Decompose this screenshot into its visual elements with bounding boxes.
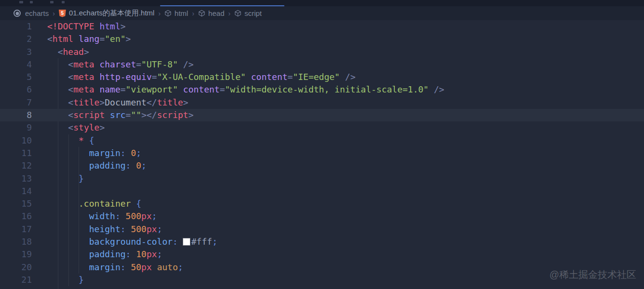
code-token: }	[79, 173, 84, 184]
code-line[interactable]: 13 }	[0, 172, 644, 185]
code-token: :	[121, 224, 126, 234]
code-token	[94, 72, 100, 82]
line-number[interactable]: 10	[0, 134, 32, 147]
code-token	[152, 262, 157, 272]
code-line[interactable]: 15 .container {	[0, 197, 644, 210]
code-line[interactable]: 16 width: 500px;	[0, 210, 644, 223]
code-token: auto	[157, 262, 178, 272]
line-number[interactable]: 22	[0, 286, 32, 289]
code-token: *	[79, 135, 84, 145]
code-token: =	[220, 84, 225, 94]
breadcrumb-symbol-script[interactable]: script	[234, 9, 262, 17]
code-line[interactable]: 12 padding: 0;	[0, 159, 644, 172]
code-token: :	[115, 211, 121, 221]
code-line-content: <meta charset="UTF-8" />	[32, 58, 194, 71]
code-token: <	[68, 110, 73, 120]
tab-text-remnant	[19, 1, 23, 3]
code-editor-area[interactable]: 1<!DOCTYPE html>2<html lang="en">3 <head…	[0, 20, 644, 289]
code-token	[105, 110, 110, 120]
code-token	[126, 224, 131, 234]
line-number[interactable]: 20	[0, 261, 32, 274]
code-line[interactable]: 18 background-color: #fff;	[0, 236, 644, 248]
code-line[interactable]: 10 * {	[0, 134, 644, 147]
code-token	[47, 122, 68, 132]
code-token: margin	[89, 262, 121, 272]
code-line-content: <!DOCTYPE html>	[32, 20, 126, 33]
code-token: ;	[136, 148, 141, 158]
tab-text-remnant	[30, 1, 33, 3]
code-line-content: <meta http-equiv="X-UA-Compatible" conte…	[32, 71, 355, 83]
code-line[interactable]: 6 <meta name="viewport" content="width=d…	[0, 83, 644, 96]
line-number[interactable]: 6	[0, 83, 32, 96]
code-token	[246, 72, 251, 82]
line-number[interactable]: 7	[0, 96, 32, 109]
code-token	[47, 262, 89, 272]
code-token: <	[58, 47, 63, 57]
line-number[interactable]: 11	[0, 147, 32, 159]
line-number[interactable]: 19	[0, 248, 32, 261]
breadcrumb-symbol-html[interactable]: html	[164, 9, 188, 17]
code-token: 500	[131, 224, 147, 234]
line-number[interactable]: 17	[0, 223, 32, 236]
line-number[interactable]: 3	[0, 46, 32, 58]
code-line[interactable]: 21 }	[0, 274, 644, 286]
code-line[interactable]: 8 <script src=""></script>	[0, 109, 644, 121]
line-number[interactable]: 16	[0, 210, 32, 223]
code-line[interactable]: 11 margin: 0;	[0, 147, 644, 159]
line-number[interactable]: 8	[0, 109, 32, 121]
code-token: script	[73, 110, 105, 120]
code-line[interactable]: 14	[0, 185, 644, 197]
code-line[interactable]: 4 <meta charset="UTF-8" />	[0, 58, 644, 71]
line-number[interactable]: 2	[0, 33, 32, 45]
code-token: px	[147, 249, 157, 259]
tab-strip[interactable]	[0, 0, 644, 6]
line-number[interactable]: 4	[0, 58, 32, 71]
code-line[interactable]: 1<!DOCTYPE html>	[0, 20, 644, 33]
code-line[interactable]: 5 <meta http-equiv="X-UA-Compatible" con…	[0, 71, 644, 83]
code-line[interactable]: 20 margin: 50px auto;	[0, 261, 644, 274]
code-token	[94, 84, 100, 94]
code-token	[178, 236, 183, 247]
line-number[interactable]: 21	[0, 274, 32, 286]
code-token	[131, 249, 136, 259]
code-token: px	[141, 262, 152, 272]
code-line[interactable]: 9 <style>	[0, 121, 644, 134]
code-token: style	[73, 122, 99, 132]
code-line[interactable]: 19 padding: 10px;	[0, 248, 644, 261]
line-number[interactable]: 14	[0, 185, 32, 197]
code-token: px	[141, 211, 152, 221]
code-token	[126, 148, 131, 158]
code-line-content: width: 500px;	[32, 210, 157, 223]
line-number[interactable]: 12	[0, 159, 32, 172]
code-line[interactable]: 3 <head>	[0, 46, 644, 58]
code-token: <	[68, 84, 73, 94]
code-line[interactable]: 17 height: 500px;	[0, 223, 644, 236]
code-token: meta	[73, 72, 94, 82]
line-number[interactable]: 13	[0, 172, 32, 185]
line-number[interactable]: 5	[0, 71, 32, 83]
code-token: <	[68, 72, 73, 82]
chevron-right-icon: ›	[228, 10, 230, 17]
line-number[interactable]: 15	[0, 197, 32, 210]
breadcrumb-project[interactable]: echarts	[25, 9, 49, 17]
code-token	[131, 160, 136, 171]
line-number[interactable]: 9	[0, 121, 32, 134]
code-line[interactable]: 7 <title>Document</title>	[0, 96, 644, 109]
code-token	[47, 72, 68, 82]
code-token: ></	[141, 110, 157, 120]
line-number[interactable]: 1	[0, 20, 32, 33]
code-line-content: .container {	[32, 197, 141, 210]
line-number[interactable]: 18	[0, 236, 32, 248]
code-token: charset	[99, 59, 136, 69]
breadcrumb-file[interactable]: 5 01.echarts的基本使用.html	[59, 9, 155, 18]
code-token: >	[183, 97, 188, 107]
code-token: =	[152, 72, 157, 82]
code-line[interactable]: 22	[0, 286, 644, 289]
code-token: ""	[131, 110, 141, 120]
code-token: ;	[141, 160, 147, 171]
breadcrumb-symbol-head[interactable]: head	[198, 9, 224, 17]
code-token	[47, 211, 89, 221]
chevron-right-icon: ›	[192, 10, 194, 17]
code-line[interactable]: 2<html lang="en">	[0, 33, 644, 45]
code-token	[47, 59, 68, 69]
